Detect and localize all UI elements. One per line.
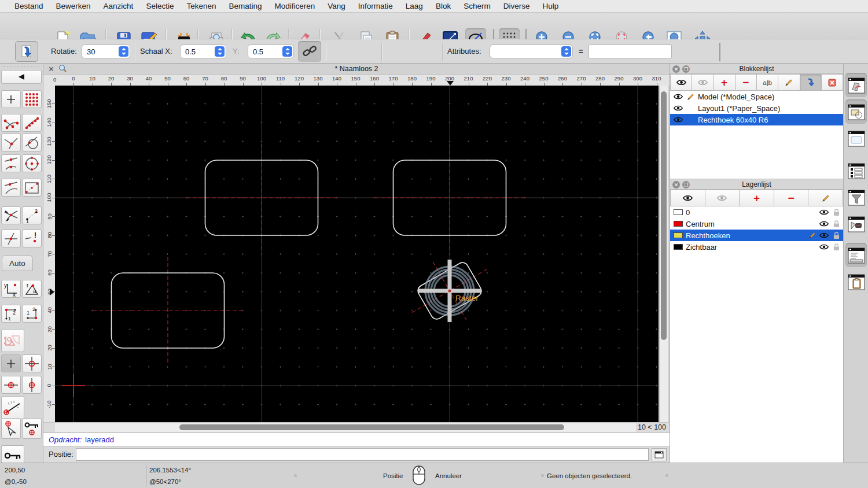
layer-visible-eye-icon[interactable] <box>819 232 829 238</box>
coordinate-cartesian-button[interactable]: yx <box>1 280 21 298</box>
layer-lock-icon[interactable] <box>832 243 841 251</box>
menu-item[interactable]: Tekenen <box>180 2 222 10</box>
menu-item[interactable]: Diverse <box>497 2 536 10</box>
layer-lock-icon[interactable] <box>832 220 841 228</box>
rename-block-button[interactable]: a|b <box>757 74 778 91</box>
attribute-value-input[interactable] <box>589 45 672 58</box>
add-block-button[interactable]: + <box>714 74 735 91</box>
layer-list-item[interactable]: 0 <box>670 206 843 218</box>
snap-perpendicular-button[interactable] <box>1 134 21 151</box>
angle-restriction-button[interactable] <box>1 396 24 419</box>
rotation-spinner[interactable]: 30 <box>82 45 130 58</box>
layer-list-item[interactable]: Centrum <box>670 218 843 230</box>
clipboard-panel-button[interactable] <box>845 269 867 294</box>
layer-list-item[interactable]: Rechthoeken <box>670 230 843 241</box>
insert-block-button[interactable] <box>800 74 822 91</box>
block-list-item[interactable]: Layout1 (*Paper_Space) <box>670 102 843 114</box>
property-editor-panel-button[interactable] <box>845 158 867 183</box>
snap-endpoints-button[interactable] <box>1 114 21 132</box>
palette-handle[interactable] <box>2 65 41 67</box>
snap-tangent-button[interactable] <box>22 134 42 151</box>
library-browser-panel-button[interactable] <box>845 212 867 236</box>
command-line-panel-button[interactable] <box>845 243 867 267</box>
h-scrollbar-thumb[interactable] <box>179 424 564 430</box>
relative-coordinate-button[interactable]: 12 <box>1 305 21 323</box>
snap-grid-button[interactable] <box>22 90 42 108</box>
remove-block-button[interactable]: − <box>735 74 757 91</box>
layer-list-item[interactable]: Zichtbaar <box>670 241 843 253</box>
menu-item[interactable]: Aanzicht <box>97 2 140 10</box>
selection-filter-panel-button[interactable] <box>845 185 867 209</box>
scale-x-spinner[interactable]: 0.5 <box>180 45 226 58</box>
block-list-item[interactable]: Rechthoek 60x40 R6 <box>670 114 843 125</box>
attributes-stepper[interactable] <box>561 46 571 57</box>
block-visible-eye-icon[interactable] <box>674 94 683 99</box>
block-list-item[interactable]: Model (*Model_Space) <box>670 91 843 102</box>
restrict-off-button[interactable]: ! <box>22 230 42 247</box>
snap-intersection-manual-button[interactable]: 12 <box>22 206 42 224</box>
scale-y-spinner[interactable]: 0.5 <box>248 45 294 58</box>
scale-x-stepper[interactable] <box>215 46 225 57</box>
show-all-layers-button[interactable] <box>670 190 705 206</box>
menu-item[interactable]: Blok <box>429 2 457 10</box>
edit-block-button[interactable] <box>778 74 800 91</box>
menu-item[interactable]: Vang <box>321 2 352 10</box>
layer-lock-icon[interactable] <box>832 232 841 239</box>
add-layer-button[interactable]: + <box>740 190 774 206</box>
restrict-nothing-button[interactable] <box>1 354 21 372</box>
restrict-horizontal-button[interactable] <box>1 376 21 394</box>
command-window-toggle-button[interactable] <box>652 448 667 461</box>
attributes-dropdown[interactable] <box>490 45 573 58</box>
block-visible-eye-icon[interactable] <box>674 117 683 123</box>
menu-item[interactable]: Selectie <box>139 2 180 10</box>
snap-cross-button[interactable] <box>1 230 21 247</box>
delete-block-button[interactable] <box>822 74 843 91</box>
layer-visible-eye-icon[interactable] <box>819 244 829 250</box>
restrict-orthogonal-button[interactable] <box>22 354 42 372</box>
v-scrollbar-thumb[interactable] <box>661 91 667 340</box>
menu-item[interactable]: Bemating <box>222 2 268 10</box>
snap-on-entity-button[interactable] <box>22 114 42 132</box>
set-relative-zero-button[interactable] <box>1 418 21 439</box>
block-list-panel-button[interactable] <box>845 73 867 97</box>
restrict-vertical-button[interactable] <box>22 376 42 394</box>
menu-item[interactable]: Scherm <box>457 2 497 10</box>
back-button[interactable] <box>1 70 42 84</box>
coordinate-polar-button[interactable]: ra <box>22 280 42 298</box>
block-visible-eye-icon[interactable] <box>674 105 683 111</box>
menu-item[interactable]: Laag <box>399 2 429 10</box>
rotation-stepper[interactable] <box>119 46 128 57</box>
absolute-coordinate-button[interactable]: 12 <box>22 305 42 323</box>
snap-reference-button[interactable] <box>22 179 42 197</box>
auto-snap-mode-button[interactable]: Auto <box>2 255 33 271</box>
snap-free-button[interactable] <box>1 90 21 108</box>
block-rectangles[interactable] <box>112 160 506 348</box>
edit-layer-button[interactable] <box>808 190 843 206</box>
hide-all-blocks-button[interactable] <box>692 74 713 91</box>
preview-panel-button[interactable] <box>845 126 867 150</box>
snap-intersection-button[interactable] <box>1 206 21 224</box>
position-input[interactable] <box>76 448 649 461</box>
layer-visible-eye-icon[interactable] <box>819 209 829 215</box>
menu-item[interactable]: Bestand <box>8 2 50 10</box>
lock-relative-zero-button[interactable] <box>22 418 42 439</box>
keep-proportions-button[interactable] <box>298 41 321 62</box>
canvas-vertical-scrollbar[interactable] <box>659 86 668 422</box>
layer-lock-icon[interactable] <box>832 209 841 216</box>
layer-list-panel-button[interactable] <box>845 99 867 124</box>
layer-visible-eye-icon[interactable] <box>819 221 829 227</box>
menu-item[interactable]: Informatie <box>352 2 399 10</box>
snap-middle-button[interactable] <box>1 154 21 172</box>
snap-center-button[interactable] <box>22 154 42 172</box>
menu-item[interactable]: Modificeren <box>269 2 322 10</box>
menu-item[interactable]: Bewerken <box>50 2 97 10</box>
show-all-blocks-button[interactable] <box>670 74 692 91</box>
insert-block-tool-button[interactable] <box>15 41 38 62</box>
hide-all-layers-button[interactable] <box>705 190 740 206</box>
cam-tool-button[interactable] <box>1 329 24 352</box>
remove-layer-button[interactable]: − <box>774 190 809 206</box>
canvas-horizontal-scrollbar[interactable] <box>55 423 636 432</box>
drawing-canvas[interactable]: Raster <box>55 86 659 422</box>
scale-y-stepper[interactable] <box>282 46 292 57</box>
menu-item[interactable]: Hulp <box>536 2 565 10</box>
